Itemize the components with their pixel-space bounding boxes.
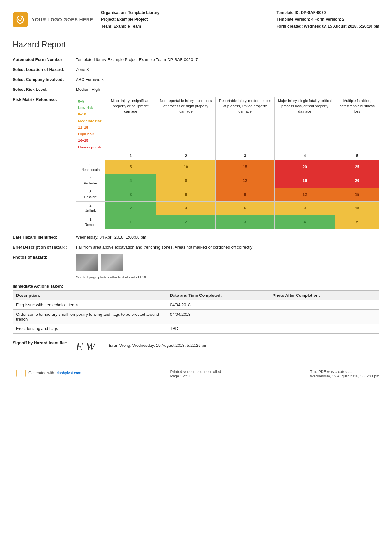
- select-location-value: Zone 3: [76, 66, 379, 73]
- matrix-cell-1-2: 12: [216, 174, 274, 188]
- risk-legend: 0–5Low risk 6–10Moderate risk 11–15High …: [78, 98, 103, 151]
- date-hazard-row: Date Hazard Identified: Wednesday, 04 Ap…: [13, 234, 379, 240]
- actions-cell-2-0: Erect fencing and flags: [13, 324, 167, 333]
- footer-dashpivot-link[interactable]: dashpivot.com: [57, 371, 81, 375]
- select-company-value: ABC Formwork: [76, 77, 379, 83]
- matrix-row-label-4: 1Remote: [76, 215, 105, 229]
- page: YOUR LOGO GOES HERE Organisation: Templa…: [0, 0, 392, 385]
- photos-row: Photos of hazard: See full page photos a…: [13, 254, 379, 280]
- matrix-col-header-2: Non-reportable injury, minor loss of pro…: [156, 97, 216, 152]
- actions-cell-0-0: Flag issue with geotechnical team: [13, 300, 167, 309]
- signoff-area: Signoff by Hazard Identifier: E W Evan W…: [13, 340, 379, 353]
- legend-unacceptable: 16–25Unacceptable: [78, 137, 102, 150]
- matrix-col-num-4: 4: [274, 152, 335, 160]
- matrix-cell-0-2: 15: [216, 160, 274, 174]
- project-value: Example Project: [117, 17, 148, 22]
- select-risk-value: Medium High: [76, 86, 379, 93]
- footer-page-info: Page 1 of 3: [170, 374, 221, 378]
- actions-cell-2-2: [269, 324, 379, 333]
- matrix-cell-3-3: 8: [274, 202, 335, 215]
- team-label: Team:: [101, 24, 113, 28]
- matrix-col-header-5: Multiple fatalities, catastrophic busine…: [335, 97, 379, 152]
- template-id-value: DP-SAF-0020: [301, 10, 326, 15]
- matrix-cell-1-1: 8: [156, 174, 216, 188]
- actions-cell-0-1: 04/04/2018: [167, 300, 269, 309]
- actions-cell-1-0: Order some temporary small temporary fen…: [13, 309, 167, 324]
- header: YOUR LOGO GOES HERE Organisation: Templa…: [13, 9, 379, 34]
- matrix-cell-0-0: 5: [105, 160, 156, 174]
- footer-generated-text: Generated with: [28, 371, 54, 375]
- photo-thumbnails: [76, 254, 379, 273]
- matrix-cell-2-1: 6: [156, 188, 216, 202]
- risk-matrix-table: 0–5Low risk 6–10Moderate risk 11–15High …: [76, 97, 379, 229]
- legend-high: 11–15High risk: [78, 124, 102, 137]
- actions-cell-1-2: [269, 309, 379, 324]
- actions-table: Description: Date and Time Completed: Ph…: [13, 290, 379, 334]
- actions-col-header-desc: Description:: [13, 290, 167, 300]
- select-company-label: Select Company Involved:: [13, 77, 76, 83]
- matrix-row-label-2: 3Possible: [76, 188, 105, 202]
- automated-form-number-label: Automated Form Number: [13, 57, 76, 63]
- select-location-row: Select Location of Hazard: Zone 3: [13, 66, 379, 73]
- matrix-col-num-5: 5: [335, 152, 379, 160]
- automated-form-number-row: Automated Form Number Template Library-E…: [13, 57, 379, 63]
- matrix-cell-0-1: 10: [156, 160, 216, 174]
- template-version-label: Template Version:: [276, 17, 310, 22]
- matrix-col-header-4: Major injury, single fatality, critical …: [274, 97, 335, 152]
- brief-desc-label: Brief Description of Hazard:: [13, 244, 76, 251]
- logo-area: YOUR LOGO GOES HERE: [13, 12, 95, 27]
- form-version-value: 2: [342, 17, 345, 22]
- matrix-cell-3-4: 10: [335, 202, 379, 215]
- select-risk-row: Select Risk Level: Medium High: [13, 86, 379, 93]
- signoff-text: Evan Wong, Wednesday, 15 August 2018, 5:…: [109, 343, 208, 348]
- date-hazard-value: Wednesday, 04 April 2018, 1:00:00 pm: [76, 234, 379, 240]
- legend-moderate: 6–10Moderate risk: [78, 111, 102, 124]
- signoff-content: E W Evan Wong, Wednesday, 15 August 2018…: [76, 340, 379, 353]
- risk-matrix-content: 0–5Low risk 6–10Moderate risk 11–15High …: [76, 97, 379, 229]
- risk-matrix-label: Risk Matrix Reference:: [13, 97, 76, 229]
- actions-cell-1-1: 04/04/2018: [167, 309, 269, 324]
- matrix-cell-2-4: 15: [335, 188, 379, 202]
- matrix-cell-1-3: 16: [274, 174, 335, 188]
- matrix-cell-3-0: 2: [105, 202, 156, 215]
- footer-left: ▕▕▕ Generated with dashpivot.com: [13, 370, 81, 377]
- matrix-col-header-3: Reportable injury, moderate loss of proc…: [216, 97, 274, 152]
- footer-pdf-date: Wednesday, 15 August 2018, 5:36:33 pm: [310, 374, 379, 378]
- photo-caption: See full page photos attached at end of …: [76, 275, 379, 280]
- template-version-value: 4: [311, 17, 314, 22]
- photos-label: Photos of hazard:: [13, 254, 76, 280]
- matrix-cell-4-1: 2: [156, 215, 216, 229]
- report-title: Hazard Report: [13, 40, 379, 52]
- select-risk-label: Select Risk Level:: [13, 86, 76, 93]
- brief-desc-row: Brief Description of Hazard: Fall from a…: [13, 244, 379, 251]
- matrix-col-header-1: Minor injury, insignificant property or …: [105, 97, 156, 152]
- logo-text: YOUR LOGO GOES HERE: [32, 17, 93, 22]
- matrix-cell-4-3: 4: [274, 215, 335, 229]
- matrix-cell-4-4: 5: [335, 215, 379, 229]
- matrix-cell-0-3: 20: [274, 160, 335, 174]
- immediate-actions-title: Immediate Actions Taken:: [13, 284, 379, 289]
- org-value: Template Library: [128, 10, 160, 15]
- automated-form-number-value: Template Library-Example Project-Example…: [76, 57, 379, 63]
- matrix-cell-2-3: 12: [274, 188, 335, 202]
- risk-matrix-row: Risk Matrix Reference: 0–5Low risk 6–10M…: [13, 97, 379, 229]
- brief-desc-value: Fall from area above excavation and tren…: [76, 244, 379, 251]
- select-location-label: Select Location of Hazard:: [13, 66, 76, 73]
- template-id-label: Template ID:: [276, 10, 300, 15]
- header-right: Template ID: DP-SAF-0020 Template Versio…: [276, 9, 379, 30]
- legend-low: 0–5Low risk: [78, 98, 102, 111]
- matrix-col-num-1: 1: [105, 152, 156, 160]
- footer-logo-icon: ▕▕▕: [13, 370, 26, 377]
- matrix-col-num-3: 3: [216, 152, 274, 160]
- form-created-value: Wednesday, 15 August 2018, 5:20:10 pm: [304, 24, 379, 28]
- signoff-label: Signoff by Hazard Identifier:: [13, 340, 76, 353]
- matrix-cell-2-2: 9: [216, 188, 274, 202]
- footer: ▕▕▕ Generated with dashpivot.com Printed…: [13, 366, 379, 378]
- select-company-row: Select Company Involved: ABC Formwork: [13, 77, 379, 83]
- photo-thumb-1: [76, 254, 98, 271]
- actions-col-header-date: Date and Time Completed:: [167, 290, 269, 300]
- matrix-col-num-2: 2: [156, 152, 216, 160]
- matrix-cell-4-2: 3: [216, 215, 274, 229]
- photo-thumb-2: [101, 254, 123, 271]
- form-version-label: Form Version:: [315, 17, 341, 22]
